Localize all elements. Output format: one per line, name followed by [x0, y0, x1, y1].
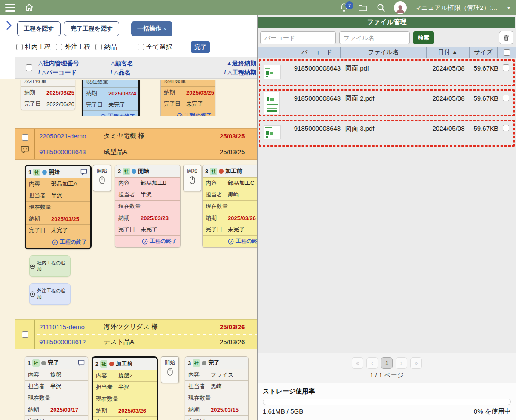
sort-納期[interactable]: ▲最終納期/ △工程納期 [193, 59, 257, 77]
filter-delivery[interactable]: 納品 [95, 43, 117, 51]
partial-cards-row: 現在数量 納期2025/03/25 完了日2022/06/20 現在数量 納期2… [0, 80, 257, 116]
end-process-link[interactable]: 工程の終了 [115, 235, 180, 247]
delivery-checkbox[interactable] [95, 44, 102, 50]
home-icon[interactable] [24, 3, 34, 13]
process-card[interactable]: 現在数量 納期2025/03/25 完了日未完了 工程の終了 [160, 80, 215, 116]
last-page-button[interactable]: » [410, 357, 422, 369]
filter-external[interactable]: 外注工程 [56, 43, 90, 51]
process-card[interactable]: 3 社 完了 内容フライス 担当者黒崎 現在数量 納期2025/03/15 完了… [185, 356, 249, 420]
sort-顧客名[interactable]: △顧客名/ △品名 [111, 59, 193, 77]
circle-check-icon [142, 239, 148, 245]
external-checkbox[interactable] [56, 44, 62, 50]
process-card[interactable]: 現在数量 納期2025/03/25 完了日2022/06/20 [21, 80, 75, 110]
file-management-panel: ファイル管理 検索 バーコード ファイル名 日付 ▲ サイズ 918500000… [257, 15, 516, 420]
file-thumbnail[interactable] [264, 125, 281, 139]
column-date-sorted[interactable]: 日付 ▲ [426, 47, 469, 58]
column-size[interactable]: サイズ [469, 47, 497, 58]
search-icon[interactable] [376, 3, 386, 13]
select-all[interactable]: 全て選択 [138, 43, 172, 51]
delete-files-button[interactable] [499, 31, 513, 44]
internal-checkbox[interactable] [16, 44, 23, 50]
order-checkbox[interactable] [22, 134, 28, 141]
file-size: 59.67KB [470, 91, 498, 102]
file-list-empty-area [258, 148, 516, 353]
end-process-link[interactable]: 工程の終了 [83, 110, 138, 116]
file-date: 2024/05/08 [427, 91, 470, 102]
mouse-icon [167, 368, 173, 376]
header-checkbox[interactable] [26, 64, 32, 71]
cards-row: 1 社 完了 内容旋盤 担当者半沢 現在数量 納期2025/03/17 完了日2… [0, 356, 257, 420]
page-indicator: 1 / 1 ページ [258, 371, 516, 380]
status-label: 完了 [208, 359, 219, 367]
process-card[interactable]: 1 社 完了 内容旋盤 担当者半沢 現在数量 納期2025/03/17 完了日2… [25, 356, 88, 420]
start-drop-tab[interactable]: 開始 [183, 165, 201, 191]
file-barcode: 9185000008643 [294, 121, 341, 132]
page-1-button[interactable]: 1 [381, 357, 393, 369]
hamburger-menu-icon[interactable] [5, 4, 15, 12]
expand-sidebar-chevron-icon[interactable] [6, 21, 12, 32]
sort-管理番号[interactable]: △社内管理番号/ △バーコード [38, 59, 111, 77]
process-card[interactable]: 3 社 加工前 内容部品加工C 担当者黒崎 現在数量 納期2025/03/26 … [202, 165, 257, 248]
notifications-bell-icon[interactable]: 7 [339, 2, 350, 13]
filter-internal[interactable]: 社内工程 [16, 43, 51, 51]
column-filename[interactable]: ファイル名 [340, 47, 426, 58]
file-thumbnail[interactable] [264, 65, 281, 79]
file-row-drop-target[interactable]: 9185000008643 図面 2.pdf 2024/05/08 59.67K… [259, 89, 515, 116]
prev-page-button[interactable]: ‹ [366, 357, 378, 369]
file-panel-title: ファイル管理 [258, 17, 515, 28]
filename-search-input[interactable] [339, 31, 410, 44]
file-date: 2024/05/08 [427, 121, 470, 132]
file-thumbnail[interactable] [264, 92, 280, 114]
board-toolbar: 工程を隠す 完了工程を隠す 一括操作 ˅ [17, 21, 257, 36]
file-name[interactable]: 図面.pdf [341, 61, 427, 73]
start-drop-tab[interactable]: 開始 [93, 165, 111, 191]
trash-icon [503, 34, 510, 42]
internal-badge: 社 [123, 168, 130, 175]
next-page-button[interactable]: › [396, 357, 407, 369]
file-row-drop-target[interactable]: 9185000008643 図面.pdf 2024/05/08 59.67KB [259, 59, 515, 86]
order-id-link[interactable]: 21110115-demo [39, 323, 85, 331]
order-row: 22050021-demo 9185000008643 タミヤ電機 様 成型品A… [15, 128, 257, 160]
select-all-files-checkbox[interactable] [504, 49, 510, 56]
barcode-search-input[interactable] [260, 31, 336, 44]
order-checkbox[interactable] [22, 331, 28, 338]
order-barcode-link[interactable]: 9185000008612 [39, 338, 86, 346]
hide-completed-button[interactable]: 完了工程を隠す [64, 21, 120, 36]
comment-icon[interactable] [80, 169, 88, 175]
user-menu-label[interactable]: マニュアル権限（管理2）:... [415, 4, 497, 12]
file-name[interactable]: 図面 3.pdf [341, 121, 427, 133]
order-id-link[interactable]: 22050021-demo [39, 132, 86, 140]
file-checkbox[interactable] [503, 125, 509, 131]
file-row-drop-target[interactable]: 9185000008643 図面 3.pdf 2024/05/08 59.67K… [259, 120, 515, 147]
file-checkbox[interactable] [503, 95, 509, 101]
column-barcode[interactable]: バーコード [293, 47, 340, 58]
end-process-link[interactable]: 工程の終了 [26, 236, 90, 248]
add-external-process-button[interactable]: 外注工程の追加 [29, 283, 71, 305]
process-card-selected[interactable]: 2 社 加工前 内容旋盤2 担当者半沢 現在数量 納期2025/03/26 完了… [92, 356, 158, 420]
process-card-selected[interactable]: 1 社 開始 内容部品加工A 担当者半沢 現在数量 納期2025/03/25 完… [25, 165, 92, 249]
chevron-down-icon[interactable]: ▼ [507, 6, 511, 10]
bulk-action-dropdown[interactable]: 一括操作 ˅ [131, 21, 172, 36]
add-internal-process-button[interactable]: 社内工程の追加 [29, 255, 71, 277]
complete-button[interactable]: 完了 [191, 41, 210, 53]
process-card[interactable]: 2 社 開始 内容部品加工B 担当者半沢 現在数量 納期2025/03/23 完… [115, 165, 181, 248]
comment-icon[interactable] [77, 359, 85, 366]
file-search-button[interactable]: 検索 [413, 31, 434, 44]
first-page-button[interactable]: « [352, 357, 363, 369]
hide-process-button[interactable]: 工程を隠す [17, 21, 61, 36]
comment-icon[interactable] [20, 145, 30, 154]
order-barcode-link[interactable]: 9185000008643 [39, 148, 86, 156]
plus-circle-icon [30, 264, 35, 269]
end-process-link[interactable]: 工程の終了 [203, 235, 257, 247]
file-checkbox[interactable] [503, 64, 509, 71]
start-drop-tab[interactable]: 開始 [161, 356, 179, 383]
process-card-selected[interactable]: 現在数量 納期2025/03/24 完了日未完了 工程の終了 [82, 80, 140, 116]
folder-icon[interactable] [358, 3, 368, 13]
avatar[interactable] [394, 1, 407, 14]
end-process-link[interactable]: 工程の終了 [161, 110, 215, 116]
file-name[interactable]: 図面 2.pdf [341, 91, 427, 103]
file-rows: 9185000008643 図面.pdf 2024/05/08 59.67KB … [258, 58, 516, 148]
status-label: 加工前 [116, 360, 132, 368]
status-label: 開始 [49, 168, 60, 176]
select-all-checkbox[interactable] [138, 44, 144, 50]
